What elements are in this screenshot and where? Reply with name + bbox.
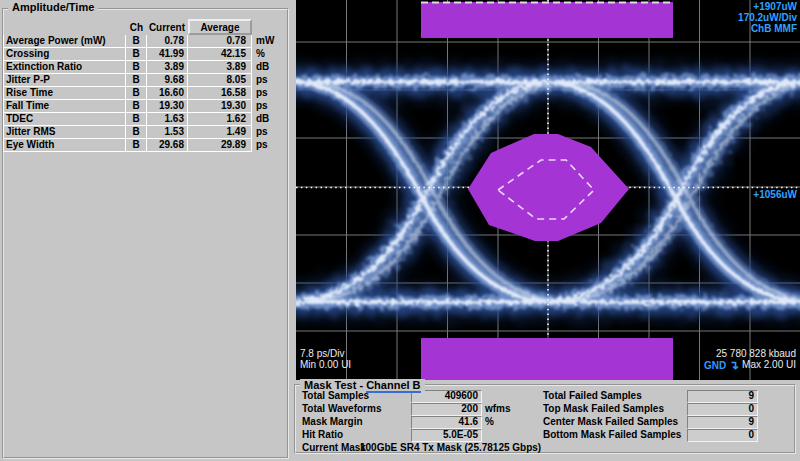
mask-test-title-channel: Channel B (366, 379, 420, 393)
measurement-channel: B (126, 48, 147, 61)
measurements-table-header: Ch Current Average (3, 20, 291, 35)
field-value-box: 409600 (411, 390, 482, 403)
mask-test-title-prefix: Mask Test - (304, 379, 366, 391)
measurement-channel: B (126, 113, 147, 126)
measurement-average-value: 3.89 (188, 61, 252, 74)
average-column-button[interactable]: Average (188, 19, 252, 35)
field-value-box: 9 (687, 416, 758, 429)
measurement-channel: B (126, 139, 147, 152)
measurement-label: TDEC (3, 113, 126, 126)
table-row: Fall Time B 19.30 19.30 ps (3, 100, 291, 113)
measurement-average-value: 0.78 (188, 35, 252, 48)
field-unit: % (485, 416, 494, 427)
header-spacer (3, 20, 126, 35)
measurement-channel: B (126, 100, 147, 113)
measurement-current-value: 0.78 (147, 35, 188, 48)
gnd-arrow-icon: ↴ (729, 358, 739, 372)
amplitude-per-div: 170.2uW/Div (738, 12, 797, 23)
field-label: Center Mask Failed Samples (543, 416, 678, 427)
field-value-box: 0 (687, 403, 758, 416)
measurement-unit: % (252, 48, 286, 61)
table-row: Jitter P-P B 9.68 8.05 ps (3, 74, 291, 87)
measurement-label: Crossing (3, 48, 126, 61)
measurement-unit: mW (252, 35, 286, 48)
gnd-label: GND (704, 360, 726, 371)
measurement-label: Jitter P-P (3, 74, 126, 87)
mask-test-row: Total Waveforms 200 wfms Top Mask Failed… (292, 403, 800, 415)
amplitude-top-marker: +1907uW (738, 1, 797, 12)
measurement-label: Fall Time (3, 100, 126, 113)
measurement-unit: dB (252, 113, 286, 126)
table-row: Extinction Ratio B 3.89 3.89 dB (3, 61, 291, 74)
measurement-average-value: 16.58 (188, 87, 252, 100)
current-mask-label: Current Mask (302, 442, 366, 453)
field-value-box: 41.6 (411, 416, 482, 429)
amplitude-mid-marker: +1056uW (753, 189, 797, 200)
measurement-current-value: 1.53 (147, 126, 188, 139)
amplitude-time-title: Amplitude/Time (8, 1, 98, 13)
measurement-channel: B (126, 61, 147, 74)
channel-source-label: ChB MMF (738, 23, 797, 34)
baud-rate-label: 25 780 828 kbaud (716, 348, 796, 359)
table-row: Crossing B 41.99 42.15 % (3, 48, 291, 61)
measurement-current-value: 19.30 (147, 100, 188, 113)
field-value-box: 5.0E-05 (411, 429, 482, 442)
field-label: Mask Margin (302, 416, 363, 427)
measurement-unit: ps (252, 100, 286, 113)
measurement-label: Jitter RMS (3, 126, 126, 139)
measurement-current-value: 3.89 (147, 61, 188, 74)
measurement-unit: ps (252, 126, 286, 139)
measurement-channel: B (126, 35, 147, 48)
field-value-box: 0 (687, 429, 758, 442)
measurement-current-value: 9.68 (147, 74, 188, 87)
field-value-box: 200 (411, 403, 482, 416)
mask-test-panel: Mask Test - Channel B Total Samples 4096… (292, 380, 800, 461)
measurement-average-value: 8.05 (188, 74, 252, 87)
mask-test-row: Mask Margin 41.6 % Center Mask Failed Sa… (292, 416, 800, 428)
measurement-current-value: 16.60 (147, 87, 188, 100)
table-row: Rise Time B 16.60 16.58 ps (3, 87, 291, 100)
timebase-readout: 7.8 ps/Div Min 0.00 UI (300, 348, 351, 370)
measurement-average-value: 42.15 (188, 48, 252, 61)
amplitude-scale-readout: +1907uW 170.2uW/Div ChB MMF (738, 1, 797, 34)
mask-top-region (421, 2, 673, 38)
measurement-label: Rise Time (3, 87, 126, 100)
measurement-label: Average Power (mW) (3, 35, 126, 48)
ground-marker: GND ↴ (704, 360, 739, 371)
measurements-panel: Amplitude/Time Ch Current Average Averag… (0, 0, 292, 461)
table-row: Eye Width B 29.68 29.89 ps (3, 139, 291, 152)
current-mask-value: 100GbE SR4 Tx Mask (25.78125 Gbps) (360, 442, 541, 453)
measurement-channel: B (126, 74, 147, 87)
field-unit: wfms (485, 403, 511, 414)
measurement-average-value: 29.89 (188, 139, 252, 152)
measurement-label: Extinction Ratio (3, 61, 126, 74)
measurement-average-value: 19.30 (188, 100, 252, 113)
table-row: Jitter RMS B 1.53 1.49 ps (3, 126, 291, 139)
measurement-unit: ps (252, 74, 286, 87)
field-label: Bottom Mask Failed Samples (543, 429, 681, 440)
measurement-channel: B (126, 87, 147, 100)
measurements-table: Ch Current Average Average Power (mW) B … (3, 20, 291, 152)
eye-diagram-canvas (296, 0, 800, 380)
mask-test-title: Mask Test - Channel B (300, 379, 425, 391)
field-label: Total Samples (302, 390, 369, 401)
measurement-unit: ps (252, 87, 286, 100)
column-header-current: Current (147, 20, 188, 35)
eye-diagram-display: +1907uW 170.2uW/Div ChB MMF +1056uW 7.8 … (296, 0, 800, 380)
measurement-unit: dB (252, 61, 286, 74)
field-label: Hit Ratio (302, 429, 343, 440)
current-mask-row: Current Mask 100GbE SR4 Tx Mask (25.7812… (292, 442, 800, 454)
table-row: TDEC B 1.63 1.62 dB (3, 113, 291, 126)
field-label: Total Waveforms (302, 403, 381, 414)
measurement-average-value: 1.62 (188, 113, 252, 126)
measurement-average-value: 1.49 (188, 126, 252, 139)
measurement-label: Eye Width (3, 139, 126, 152)
mask-bottom-region (421, 338, 673, 380)
column-header-average: Average (188, 20, 252, 35)
measurement-unit: ps (252, 139, 286, 152)
table-row: Average Power (mW) B 0.78 0.78 mW (3, 35, 291, 48)
column-header-ch: Ch (126, 20, 147, 35)
mask-test-row: Hit Ratio 5.0E-05 Bottom Mask Failed Sam… (292, 429, 800, 441)
measurement-current-value: 41.99 (147, 48, 188, 61)
measurement-channel: B (126, 126, 147, 139)
